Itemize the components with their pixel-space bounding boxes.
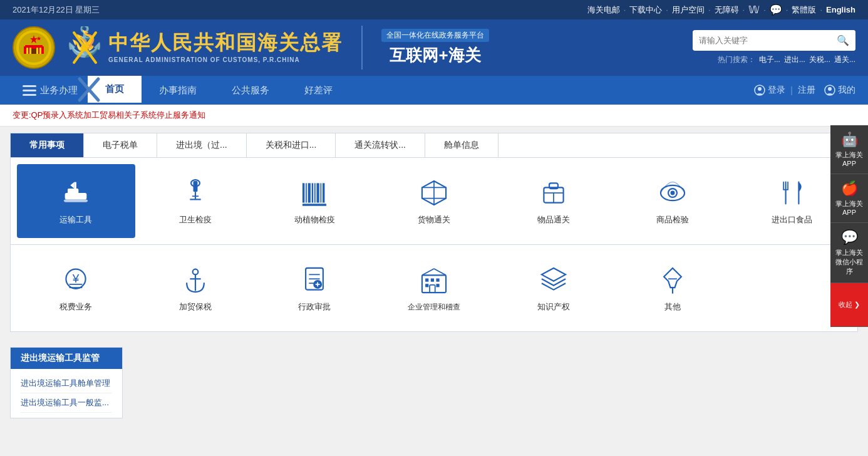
hot-item-2[interactable]: 关税... [809, 54, 830, 65]
svg-point-36 [194, 182, 197, 185]
svg-rect-19 [23, 94, 36, 96]
android-icon: 🤖 [841, 132, 858, 148]
search-input[interactable] [693, 31, 830, 49]
register-link[interactable]: 注册 [798, 85, 815, 96]
top-bar: 2021年12月22日 星期三 海关电邮 · 下载中心 · 用户空间 · 无障碍… [0, 0, 868, 19]
icon-inspection[interactable]: 商品检验 [614, 164, 732, 238]
tab-common[interactable]: 常用事项 [11, 133, 84, 157]
sub-panel-link-1[interactable]: 进出境运输工具一般监... [21, 393, 112, 413]
sub-panel-list: 进出境运输工具舱单管理 进出境运输工具一般监... [11, 369, 122, 418]
nav-item-public[interactable]: 公共服务 [214, 76, 287, 105]
icon-other[interactable]: 其他 [614, 251, 732, 325]
sidebar-wechat-mini[interactable]: 💬 掌上海关微信小程序 [830, 223, 868, 283]
site-title-en: GENERAL ADMINISTRATION OF CUSTOMS, P.R.C… [108, 56, 343, 63]
sidebar-apple-app[interactable]: 🍎 掌上海关APP [830, 174, 868, 223]
hot-search-label: 热门搜索： [718, 54, 755, 65]
icon-sanitary-label: 卫生检疫 [179, 214, 212, 225]
svg-rect-11 [31, 49, 36, 54]
apple-icon: 🍎 [841, 180, 858, 197]
search-button[interactable]: 🔍 [830, 30, 855, 51]
icon-animal-plant[interactable]: 动植物检疫 [256, 164, 374, 238]
icon-transport[interactable]: 运输工具 [17, 164, 135, 238]
hot-item-0[interactable]: 电子... [759, 54, 780, 65]
icon-cargo[interactable]: 货物通关 [375, 164, 493, 238]
sub-panel-link-0[interactable]: 进出境运输工具舱单管理 [21, 374, 112, 393]
icon-admin[interactable]: 行政审批 [256, 251, 374, 325]
svg-rect-41 [314, 183, 316, 202]
tab-manifest[interactable]: 舱单信息 [425, 133, 499, 157]
icon-tax-label: 税费业务 [59, 301, 92, 313]
svg-point-23 [758, 87, 762, 91]
icon-enterprise[interactable]: 企业管理和稽查 [375, 251, 493, 325]
hot-item-1[interactable]: 进出... [784, 54, 805, 65]
svg-rect-4 [25, 45, 43, 48]
icon-transport-label: 运输工具 [59, 214, 92, 225]
nav-decoration [76, 76, 101, 103]
sub-panel-transport: 进出境运输工具监管 进出境运输工具舱单管理 进出境运输工具一般监... [10, 347, 123, 418]
sidebar-collapse[interactable]: 收起 ❯ [830, 283, 868, 327]
lang-traditional[interactable]: 繁體版 [792, 4, 816, 16]
my-link[interactable]: 我的 [838, 85, 855, 96]
icon-cargo-label: 货物通关 [418, 214, 450, 225]
icon-grid-row1: 运输工具 卫生检疫 [10, 157, 858, 245]
tab-tariff[interactable]: 关税和进口... [247, 133, 336, 157]
weibo-icon[interactable]: 𝕎 [748, 4, 760, 16]
tab-etax[interactable]: 电子税单 [84, 133, 157, 157]
icon-goods-label: 物品通关 [537, 214, 570, 225]
svg-line-83 [422, 268, 434, 274]
logo-area: ⚓ 🔱 中华人民共和国海关总署 GENERAL ADMINISTRATION O… [13, 26, 343, 69]
right-sidebar: 🤖 掌上海关APP 🍎 掌上海关APP 💬 掌上海关微信小程序 收起 ❯ [830, 125, 868, 327]
svg-rect-82 [430, 284, 435, 292]
notice-bar: 变更:QP预录入系统加工贸易相关子系统停止服务通知 [0, 105, 868, 127]
icon-inspection-label: 商品检验 [656, 214, 689, 225]
svg-rect-39 [308, 183, 311, 202]
tab-clearance[interactable]: 通关流转状... [336, 133, 425, 157]
icon-ipr[interactable]: 知识产权 [494, 251, 612, 325]
icon-tax[interactable]: ¥ 税费业务 [17, 251, 135, 325]
sidebar-android-label: 掌上海关APP [833, 150, 865, 167]
notice-link[interactable]: 变更:QP预录入系统加工贸易相关子系统停止服务通知 [13, 110, 205, 120]
tabs-bar: 常用事项 电子税单 进出境（过... 关税和进口... 通关流转状... 舱单信… [10, 133, 858, 157]
nav-item-rating[interactable]: 好差评 [287, 76, 350, 105]
microscope-icon [179, 177, 212, 209]
sub-panel-header: 进出境运输工具监管 [11, 348, 122, 369]
sidebar-collapse-label: 收起 ❯ [839, 300, 860, 309]
login-link[interactable]: 登录 [768, 85, 785, 96]
icon-sanitary[interactable]: 卫生检疫 [137, 164, 255, 238]
icon-other-label: 其他 [664, 301, 681, 313]
svg-marker-29 [71, 182, 75, 189]
svg-rect-45 [302, 204, 326, 205]
internet-customs-label: 互联网+海关 [390, 44, 480, 66]
svg-text:¥: ¥ [72, 272, 80, 285]
content-area: 常用事项 电子税单 进出境（过... 关税和进口... 通关流转状... 舱单信… [0, 127, 868, 425]
hot-item-3[interactable]: 通关... [834, 54, 855, 65]
nav-item-guide[interactable]: 办事指南 [142, 76, 214, 105]
link-haiguan-email[interactable]: 海关电邮 [587, 4, 620, 16]
svg-rect-42 [317, 183, 319, 202]
svg-rect-44 [323, 183, 324, 202]
icon-goods[interactable]: 物品通关 [494, 164, 612, 238]
link-user-space[interactable]: 用户空间 [672, 4, 705, 16]
main-area: 常用事项 电子税单 进出境（过... 关税和进口... 通关流转状... 舱单信… [0, 127, 868, 425]
nav-right: 登录 | 注册 我的 [754, 76, 855, 105]
platform-tag: 全国一体化在线政务服务平台 [381, 29, 489, 42]
box2-icon [537, 177, 570, 209]
icon-ipr-label: 知识产权 [537, 301, 570, 313]
menu-icon [23, 83, 36, 97]
link-download[interactable]: 下载中心 [629, 4, 662, 16]
login-icon [754, 85, 765, 96]
svg-line-84 [434, 268, 446, 274]
search-area: 🔍 热门搜索： 电子... 进出... 关税... 通关... [693, 30, 855, 65]
icon-food-label: 进出口食品 [772, 214, 812, 225]
icon-enterprise-label: 企业管理和稽查 [408, 302, 460, 313]
svg-rect-40 [312, 183, 314, 202]
lang-english[interactable]: English [826, 5, 855, 14]
link-accessibility[interactable]: 无障碍 [715, 4, 739, 16]
cutlery-icon [776, 177, 809, 209]
icon-trade[interactable]: 加贸保税 [137, 251, 255, 325]
my-icon [824, 85, 835, 96]
sidebar-android-app[interactable]: 🤖 掌上海关APP [830, 125, 868, 174]
hot-search: 热门搜索： 电子... 进出... 关税... 通关... [718, 54, 855, 65]
wechat-icon[interactable]: 💬 [770, 4, 782, 16]
tab-border[interactable]: 进出境（过... [157, 133, 247, 157]
